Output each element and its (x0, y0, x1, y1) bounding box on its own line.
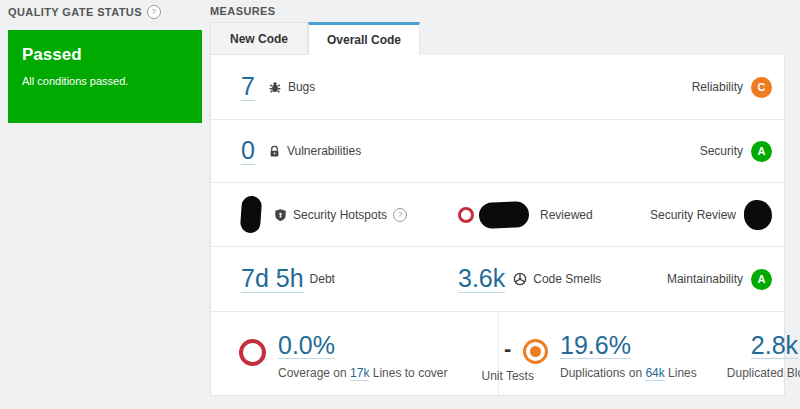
duplications-section: 19.6% Duplications on 64k Lines 2.8k Dup… (499, 312, 800, 395)
vulnerabilities-metric: 0 Vulnerabilities (241, 137, 361, 164)
bugs-label: Bugs (288, 80, 315, 94)
security-label: Security (700, 144, 743, 158)
maintainability-rating-badge[interactable]: A (751, 269, 772, 290)
debt-label: Debt (310, 272, 335, 286)
coverage-donut-icon (239, 339, 266, 366)
hotspots-label: Security Hotspots (293, 208, 387, 222)
duplicated-blocks-label: Duplicated Blocks (727, 366, 800, 380)
quality-gate-status-box: Passed All conditions passed. (8, 30, 202, 123)
row-bugs: 7 Bugs Reliability C (211, 55, 784, 120)
reviewed-label: Reviewed (540, 208, 593, 222)
quality-gate-panel: QUALITY GATE STATUS ? Passed All conditi… (8, 5, 202, 123)
redacted-security-review-rating (744, 200, 772, 230)
coverage-section: 0.0% Coverage on 17k Lines to cover - Un… (211, 312, 499, 395)
bugs-metric: 7 Bugs (241, 73, 315, 100)
duplications-block: 19.6% Duplications on 64k Lines (560, 332, 697, 380)
shield-icon (274, 208, 287, 222)
coverage-value-link[interactable]: 0.0% (278, 332, 335, 359)
hotspots-metric: Security Hotspots ? (241, 196, 458, 233)
vulnerabilities-label: Vulnerabilities (287, 144, 361, 158)
security-rating-badge[interactable]: A (751, 141, 772, 162)
tab-overall-code[interactable]: Overall Code (308, 22, 420, 55)
redacted-reviewed-value (479, 201, 530, 229)
duplications-suffix: Lines (668, 366, 697, 380)
code-smell-icon (513, 272, 527, 286)
coverage-sublabel: Coverage on 17k Lines to cover (278, 366, 447, 380)
reviewed-rating-donut (458, 207, 474, 223)
row-coverage-duplications: 0.0% Coverage on 17k Lines to cover - Un… (211, 312, 784, 395)
security-review-label: Security Review (650, 208, 736, 222)
redacted-hotspots-value (240, 195, 263, 233)
duplications-sublabel: Duplications on 64k Lines (560, 366, 697, 380)
coverage-prefix: Coverage on (278, 366, 347, 380)
security-domain: Security A (700, 141, 772, 162)
debt-metric: 7d 5h Debt (241, 265, 458, 292)
reliability-label: Reliability (692, 80, 743, 94)
lock-icon (268, 145, 281, 158)
quality-gate-description: All conditions passed. (22, 75, 188, 87)
duplications-donut-icon (523, 339, 548, 364)
debt-value-link[interactable]: 7d 5h (241, 265, 304, 292)
measures-card: 7 Bugs Reliability C 0 (210, 55, 785, 396)
duplicated-blocks-block: 2.8k Duplicated Blocks (727, 332, 800, 380)
row-maintainability: 7d 5h Debt 3.6k Code Smells Maintainabil… (211, 247, 784, 312)
maintainability-label: Maintainability (667, 272, 743, 286)
security-review-domain: Security Review (650, 200, 772, 230)
measures-tabs: New Code Overall Code (210, 22, 785, 55)
reliability-domain: Reliability C (692, 77, 772, 98)
measures-panel: MEASURES New Code Overall Code 7 Bugs Re… (210, 5, 785, 396)
measures-header: MEASURES (210, 5, 785, 17)
row-vulnerabilities: 0 Vulnerabilities Security A (211, 120, 784, 183)
coverage-suffix: Lines to cover (373, 366, 448, 380)
code-smells-metric: 3.6k Code Smells (458, 265, 601, 292)
duplicated-lines-link[interactable]: 64k (645, 366, 664, 381)
code-smells-label: Code Smells (533, 272, 601, 286)
code-smells-count-link[interactable]: 3.6k (458, 265, 505, 292)
bugs-count-link[interactable]: 7 (241, 73, 255, 100)
duplicated-blocks-link[interactable]: 2.8k (751, 332, 798, 359)
maintainability-domain: Maintainability A (667, 269, 772, 290)
tab-new-code[interactable]: New Code (210, 22, 308, 55)
measures-header-label: MEASURES (210, 5, 276, 17)
row-security-hotspots: Security Hotspots ? Reviewed Security Re… (211, 183, 784, 247)
vulnerabilities-count-link[interactable]: 0 (241, 137, 255, 164)
bug-icon (268, 80, 282, 94)
hotspots-reviewed-group: Reviewed (458, 202, 593, 228)
duplications-value-link[interactable]: 19.6% (560, 332, 631, 359)
quality-gate-header-label: QUALITY GATE STATUS (8, 6, 142, 18)
reliability-rating-badge[interactable]: C (751, 77, 772, 98)
help-icon[interactable]: ? (393, 208, 407, 222)
sonarqube-overview: QUALITY GATE STATUS ? Passed All conditi… (0, 0, 800, 409)
duplications-prefix: Duplications on (560, 366, 642, 380)
quality-gate-header: QUALITY GATE STATUS ? (8, 5, 202, 19)
help-icon[interactable]: ? (147, 5, 161, 19)
quality-gate-status: Passed (22, 45, 188, 65)
lines-to-cover-link[interactable]: 17k (350, 366, 369, 381)
coverage-block: 0.0% Coverage on 17k Lines to cover (278, 332, 447, 380)
